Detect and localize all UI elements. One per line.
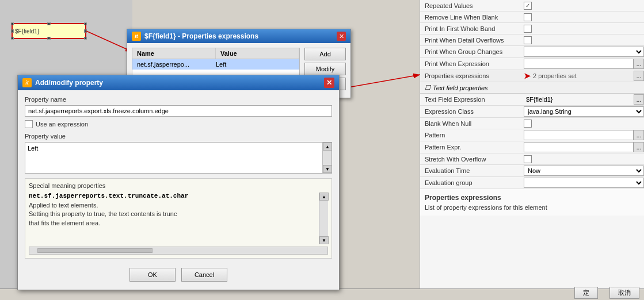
special-text-2: Setting this property to true, the text … bbox=[29, 210, 317, 218]
rp-select-expr-class[interactable]: java.lang.String bbox=[524, 106, 644, 117]
handle-tl[interactable] bbox=[11, 22, 14, 25]
handle-tm[interactable] bbox=[48, 22, 51, 25]
rp-dots-when-expression[interactable]: ... bbox=[634, 59, 644, 69]
addmod-title: Add/modify property bbox=[35, 79, 103, 87]
rp-label-repeated-values: Repeated Values bbox=[420, 1, 524, 10]
rp-dots-pattern-expr[interactable]: ... bbox=[634, 142, 644, 152]
rp-label-group-changes: Print When Group Changes bbox=[420, 47, 524, 56]
rp-pattern-expr-field[interactable] bbox=[524, 142, 634, 152]
special-hscrollbar[interactable] bbox=[29, 247, 328, 255]
col-value-header: Value bbox=[216, 48, 299, 59]
property-value-area[interactable]: Left ▲ ▼ bbox=[25, 142, 332, 174]
handle-bl[interactable] bbox=[11, 37, 14, 40]
value-scrollbar[interactable]: ▲ ▼ bbox=[322, 143, 331, 173]
props-expr-titlebar: it $F{field1} - Properties expressions ✕ bbox=[127, 29, 350, 43]
rp-expr-class-wrapper: java.lang.String bbox=[524, 106, 644, 117]
rp-checkbox-blank-when-null[interactable] bbox=[524, 120, 532, 128]
addmod-footer: OK Cancel bbox=[25, 263, 332, 284]
special-scroll-up[interactable]: ▲ bbox=[319, 193, 329, 201]
rp-dots-pattern[interactable]: ... bbox=[634, 130, 644, 140]
rp-props-section-title: Properties expressions bbox=[425, 194, 639, 202]
rp-eval-time-wrapper: Now bbox=[524, 166, 644, 176]
special-scrollbar[interactable]: ▲ ▼ bbox=[319, 193, 328, 244]
handle-mr[interactable] bbox=[84, 30, 87, 33]
field-element[interactable]: $F{field1} bbox=[12, 23, 86, 39]
table-row[interactable]: net.sf.jasperrepo... Left bbox=[132, 59, 299, 70]
use-expression-checkbox[interactable] bbox=[25, 120, 33, 128]
rp-eval-group-wrapper bbox=[524, 178, 644, 188]
rp-row-pattern-expr: Pattern Expr. ... bbox=[420, 141, 644, 153]
rp-row-stretch-overflow: Stretch With Overflow bbox=[420, 153, 644, 165]
property-name-input[interactable] bbox=[25, 105, 332, 117]
rp-select-group-changes[interactable] bbox=[524, 47, 644, 57]
hscroll-thumb[interactable] bbox=[37, 248, 153, 253]
rp-pattern-expr-wrapper: ... bbox=[524, 142, 644, 152]
rp-text-field-expr-wrapper: $F{field1} ... bbox=[524, 94, 644, 105]
col-name-header: Name bbox=[132, 48, 216, 59]
rp-label-props-expressions: Properties expressions bbox=[420, 71, 524, 80]
rp-label-expr-class: Expression Class bbox=[420, 107, 524, 116]
rp-select-eval-time[interactable]: Now bbox=[524, 166, 644, 176]
rp-pattern-field[interactable] bbox=[524, 130, 634, 140]
rp-row-first-whole-band: Print In First Whole Band bbox=[420, 23, 644, 34]
special-scroll-down[interactable]: ▼ bbox=[319, 236, 329, 244]
confirm-bottom-btn[interactable]: 定 bbox=[574, 287, 598, 299]
rp-label-when-expression: Print When Expression bbox=[420, 59, 524, 68]
rp-row-eval-group: Evaluation group bbox=[420, 177, 644, 189]
rp-checkbox-remove-blank[interactable] bbox=[524, 13, 532, 21]
scroll-down-btn[interactable]: ▼ bbox=[323, 165, 332, 173]
checkbox-icon-small: ☐ bbox=[425, 84, 430, 91]
rp-checkbox-stretch-overflow[interactable] bbox=[524, 155, 532, 163]
special-section: Special meaning properties net.sf.jasper… bbox=[25, 178, 332, 259]
handle-ml[interactable] bbox=[11, 30, 14, 33]
dialog-icon: it bbox=[132, 32, 141, 41]
rp-row-group-changes: Print When Group Changes bbox=[420, 46, 644, 58]
cancel-button[interactable]: Cancel bbox=[181, 268, 227, 282]
rp-when-expr-field[interactable] bbox=[524, 59, 634, 69]
rp-props-expr-wrapper: ➤ 2 properties set ... bbox=[524, 71, 644, 81]
special-item-bold: net.sf.jasperreports.text.truncate.at.ch… bbox=[29, 193, 317, 199]
props-expr-close-btn[interactable]: ✕ bbox=[337, 32, 346, 41]
rp-props-section: Properties expressions List of property … bbox=[420, 189, 644, 216]
addmod-close-btn[interactable]: ✕ bbox=[324, 78, 334, 88]
rp-row-text-field-expr: Text Field Expression $F{field1} ... bbox=[420, 94, 644, 106]
rp-row-eval-time: Evaluation Time Now bbox=[420, 165, 644, 177]
use-expression-label: Use an expression bbox=[36, 121, 88, 128]
modify-button[interactable]: Modify bbox=[304, 63, 346, 75]
scroll-up-btn[interactable]: ▲ bbox=[323, 143, 332, 151]
handle-br[interactable] bbox=[84, 37, 87, 40]
right-panel: Repeated Values Remove Line When Blank P… bbox=[420, 0, 644, 300]
special-text-1: Applied to text elements. bbox=[29, 201, 317, 210]
add-button[interactable]: Add bbox=[304, 48, 346, 60]
rp-checkbox-first-whole-band[interactable] bbox=[524, 25, 532, 33]
property-value-label: Property value bbox=[25, 133, 332, 140]
rp-label-pattern-expr: Pattern Expr. bbox=[420, 143, 524, 152]
addmod-titlebar: it Add/modify property ✕ bbox=[18, 75, 339, 90]
rp-dots-props-expressions[interactable]: ... bbox=[634, 71, 644, 81]
property-value-text: Left bbox=[25, 143, 322, 173]
bottom-strip: 定 取消 bbox=[0, 289, 644, 300]
rp-props-section-text: List of property expressions for this el… bbox=[425, 204, 639, 211]
handle-bm[interactable] bbox=[48, 37, 51, 40]
handle-tr[interactable] bbox=[84, 22, 87, 25]
special-content-wrapper: net.sf.jasperreports.text.truncate.at.ch… bbox=[29, 193, 328, 244]
rp-checkbox-repeated-values[interactable] bbox=[524, 2, 532, 10]
rp-dots-text-field-expr[interactable]: ... bbox=[634, 94, 644, 105]
rp-label-eval-group: Evaluation group bbox=[420, 178, 524, 187]
rp-row-remove-blank: Remove Line When Blank bbox=[420, 11, 644, 23]
rp-label-detail-overflows: Print When Detail Overflows bbox=[420, 36, 524, 45]
props-expr-table-header: Name Value bbox=[132, 48, 300, 59]
rp-select-eval-group[interactable] bbox=[524, 178, 644, 188]
cancel-bottom-btn[interactable]: 取消 bbox=[609, 287, 639, 299]
rp-checkbox-detail-overflows[interactable] bbox=[524, 36, 532, 44]
rp-when-expr-wrapper: ... bbox=[524, 59, 644, 69]
ok-button[interactable]: OK bbox=[129, 268, 176, 282]
rp-props-count: 2 properties set bbox=[533, 72, 577, 79]
rp-text-field-header: ☐ Text field properties bbox=[420, 82, 644, 94]
field-element-text: $F{field1} bbox=[15, 28, 39, 34]
property-name-label: Property name bbox=[25, 96, 332, 103]
rp-label-first-whole-band: Print In First Whole Band bbox=[420, 24, 524, 33]
special-text-3: that fits the element area. bbox=[29, 219, 317, 228]
rp-row-expr-class: Expression Class java.lang.String bbox=[420, 106, 644, 118]
rp-row-props-expressions: Properties expressions ➤ 2 properties se… bbox=[420, 70, 644, 82]
